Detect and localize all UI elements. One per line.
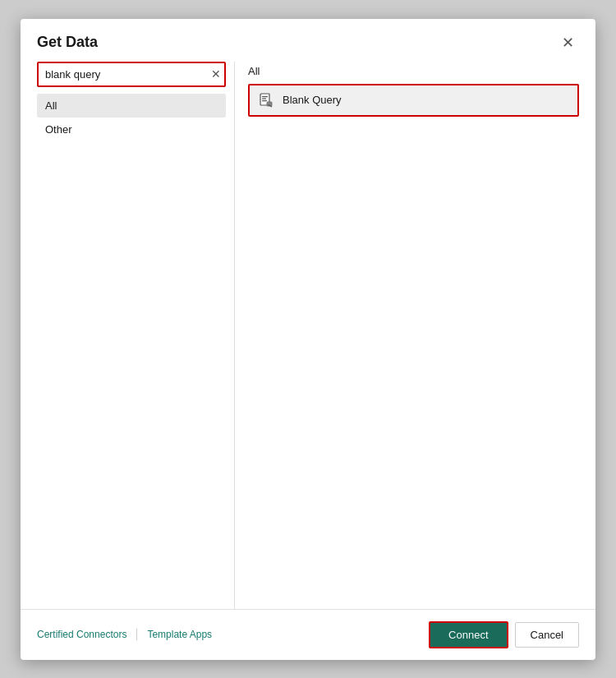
cancel-button[interactable]: Cancel [515,622,579,648]
left-panel: ✕ All Other [37,62,234,609]
right-panel: All Blank Query [235,62,579,609]
category-list: All Other [37,94,226,609]
search-container: ✕ [37,62,226,87]
results-section-label: All [248,65,579,77]
search-input[interactable] [37,62,226,87]
close-button[interactable]: ✕ [557,34,579,52]
dialog-title: Get Data [37,34,98,51]
category-item-other[interactable]: Other [37,118,226,141]
search-clear-button[interactable]: ✕ [211,68,221,80]
dialog-body: ✕ All Other All [21,62,595,609]
svg-rect-1 [262,96,268,97]
get-data-dialog: Get Data ✕ ✕ All Other All [21,19,595,660]
connect-button[interactable]: Connect [429,621,508,648]
result-label-blank-query: Blank Query [283,94,342,106]
certified-connectors-link[interactable]: Certified Connectors [37,629,126,640]
template-apps-link[interactable]: Template Apps [147,629,212,640]
footer-links: Certified Connectors Template Apps [37,629,212,640]
footer-actions: Connect Cancel [429,621,579,648]
category-item-all[interactable]: All [37,94,226,118]
dialog-footer: Certified Connectors Template Apps Conne… [21,609,595,660]
result-item-blank-query[interactable]: Blank Query [248,84,579,117]
svg-rect-3 [262,100,267,101]
dialog-header: Get Data ✕ [21,19,595,62]
results-list: Blank Query [248,84,579,609]
svg-rect-2 [262,98,266,99]
query-icon [258,92,274,108]
footer-link-divider [136,629,137,640]
